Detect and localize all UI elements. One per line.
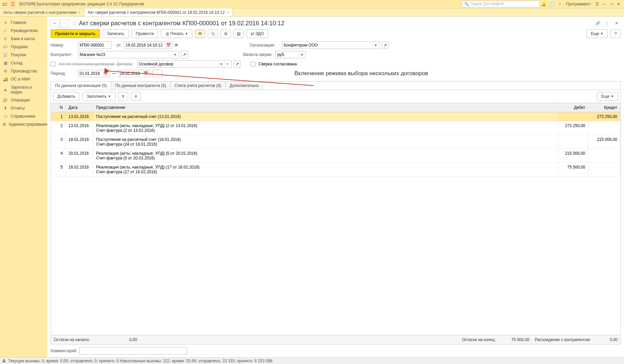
cell-n: 3	[51, 135, 66, 149]
calendar-icon[interactable]: 📅	[166, 43, 171, 48]
label-contragent: Контрагент:	[51, 52, 76, 57]
help-button[interactable]: ?	[611, 29, 621, 38]
close-icon[interactable]: ✕	[613, 19, 621, 27]
edo-button[interactable]: ⇄ ЭДО	[246, 29, 268, 38]
checkbox-agreed[interactable]	[251, 62, 255, 66]
col-repr[interactable]: Представление	[93, 103, 559, 112]
sidebar-item-bank[interactable]: ⊙Банк и касса	[0, 35, 47, 43]
history-icon[interactable]: 🕘	[549, 2, 555, 6]
start-balance-label: Остаток на начало:	[54, 337, 90, 342]
bell-icon[interactable]: 🔔	[541, 2, 546, 6]
cell-credit	[588, 121, 620, 135]
more-button[interactable]: Еще▼	[587, 29, 608, 38]
user-label[interactable]: Программист	[566, 2, 591, 6]
chevron-down-icon[interactable]: ▾	[172, 52, 177, 57]
sidebar-item-assets[interactable]: 🚚ОС и НМА	[0, 75, 47, 83]
table-row[interactable]: 420.01.2016Реализация (акты, накладные, …	[51, 149, 620, 163]
star-icon[interactable]: ☆	[558, 2, 562, 6]
label-agreed: Сверка согласована	[259, 62, 297, 66]
tab-accounts[interactable]: Счета учета расчетов (8)	[170, 82, 225, 90]
menu-icon[interactable]: ☰	[10, 1, 15, 7]
calendar-icon[interactable]: 📅	[103, 71, 108, 76]
tab-additional[interactable]: Дополнительно	[226, 82, 263, 90]
tab-reconciliation-doc[interactable]: Акт сверки расчетов с контрагентом КП00-…	[84, 8, 233, 16]
calendar-icon[interactable]: 📅	[143, 71, 148, 76]
clear-icon[interactable]: ×	[225, 62, 230, 66]
sidebar-item-reports[interactable]: ⬍Отчеты	[0, 104, 47, 112]
more-vertical-icon[interactable]: ⋮	[603, 19, 611, 27]
sidebar-item-production[interactable]: ⚙Производство	[0, 67, 47, 75]
input-org[interactable]: Конфетпром ООО▾	[282, 41, 380, 49]
input-contragent[interactable]: Магазин №23▾	[78, 51, 179, 58]
attach-button[interactable]: 📎	[208, 29, 218, 38]
open-org-button[interactable]: ↗	[382, 41, 389, 49]
sidebar-item-operations[interactable]: ДтОперации	[0, 96, 47, 104]
minimize-icon[interactable]: —	[602, 2, 606, 6]
col-credit[interactable]: Кредит	[588, 103, 620, 112]
write-button[interactable]: Записать	[103, 29, 129, 38]
sidebar-item-director[interactable]: ✓Руководителю	[0, 27, 47, 35]
fill-button[interactable]: Заполнить▼	[82, 92, 115, 101]
forward-button[interactable]: →	[60, 19, 69, 27]
tab-reconciliation-list[interactable]: Акты сверки расчетов с контрагентами×	[0, 8, 84, 16]
input-dogovor[interactable]: Основной договор▾×	[137, 60, 232, 68]
sidebar-item-purchases[interactable]: 🛒Покупки	[0, 51, 47, 59]
chevron-down-icon[interactable]: ▾	[373, 43, 378, 48]
restore-icon[interactable]: ▭	[610, 2, 614, 6]
input-number[interactable]: КП00-000001	[78, 41, 112, 49]
col-debit[interactable]: Дебет	[559, 103, 588, 112]
printer-icon[interactable]: 🖶	[2, 359, 6, 363]
add-button[interactable]: Добавить	[53, 92, 80, 101]
print-button[interactable]: 🖨 Печать▼	[161, 29, 193, 38]
refresh-icon[interactable]: ⟳	[175, 43, 178, 48]
input-period-from[interactable]: 01.01.2016📅	[78, 70, 110, 77]
document-content: ← → ☆ Акт сверки расчетов с контрагентом…	[47, 17, 624, 357]
cell-date: 16.02.2016	[66, 163, 93, 176]
move-down-button[interactable]: ⬇	[131, 92, 141, 101]
register-button[interactable]: ▤	[233, 29, 244, 38]
close-icon[interactable]: ×	[78, 10, 80, 14]
dt-icon: Дт	[3, 98, 8, 102]
table-row[interactable]: 113.01.2016Поступление на расчетный счет…	[51, 112, 620, 121]
tab-org-data[interactable]: По данным организации (5)	[51, 82, 111, 90]
move-up-button[interactable]: ⬆	[118, 92, 128, 101]
post-and-close-button[interactable]: Провести и закрыть	[51, 29, 100, 38]
open-contragent-button[interactable]: ↗	[181, 51, 188, 58]
chevron-down-icon[interactable]: ▾	[299, 52, 304, 57]
sidebar-item-admin[interactable]: ✿Администрирование	[0, 120, 47, 128]
chevron-down-icon[interactable]: ▾	[219, 62, 224, 66]
col-date[interactable]: Дата	[66, 103, 93, 112]
col-n[interactable]: N	[51, 103, 66, 112]
table-row[interactable]: 318.01.2016Поступление на расчетный счет…	[51, 135, 620, 149]
back-button[interactable]: ←	[51, 19, 59, 27]
boxes-icon: ▦	[3, 61, 8, 65]
sidebar-item-refs[interactable]: ▭Справочники	[0, 112, 47, 120]
close-icon[interactable]: ✕	[617, 2, 620, 6]
tab-contragent-data[interactable]: По данным контрагента (5)	[111, 82, 171, 90]
input-date[interactable]: 19.02.2016 14:10:12📅	[124, 41, 173, 49]
sidebar-item-hr[interactable]: ▲Зарплата и кадры	[0, 83, 47, 96]
checkbox-multi-contracts[interactable]	[51, 62, 55, 66]
period-more-button[interactable]: ...	[152, 70, 162, 77]
structure-button[interactable]: ⧉	[221, 29, 231, 38]
settings-bars-icon[interactable]: ☰	[595, 2, 599, 6]
input-period-to[interactable]: 29.02.2016📅	[118, 70, 150, 77]
favorite-icon[interactable]: ☆	[72, 20, 77, 27]
sidebar-item-main[interactable]: ≡Главное	[0, 19, 47, 27]
status-text: Текущие вызовы: 0; время: 0,00; отправле…	[8, 359, 273, 363]
sidebar-item-sales[interactable]: 🏷Продажи	[0, 43, 47, 51]
link-icon[interactable]: 🔗	[594, 19, 602, 27]
input-comment[interactable]	[79, 347, 187, 355]
more-table-button[interactable]: Еще▼	[597, 92, 618, 101]
search-input[interactable]: 🔍 Поиск Ctrl+Shift+F	[462, 1, 539, 7]
close-icon[interactable]: ×	[227, 10, 229, 14]
label-comment: Комментарий:	[51, 348, 77, 353]
table-row[interactable]: 516.02.2016Реализация (акты, накладные, …	[51, 163, 620, 177]
input-currency[interactable]: руб.▾	[276, 51, 306, 58]
sidebar-item-stock[interactable]: ▦Склад	[0, 59, 47, 67]
table-row[interactable]: 213.01.2016Реализация (акты, накладные, …	[51, 121, 620, 135]
email-button[interactable]: ✉	[195, 29, 205, 38]
cell-date: 20.01.2016	[66, 149, 93, 162]
post-button[interactable]: Провести	[132, 29, 158, 38]
open-dogovor-button[interactable]: ↗	[234, 60, 240, 68]
